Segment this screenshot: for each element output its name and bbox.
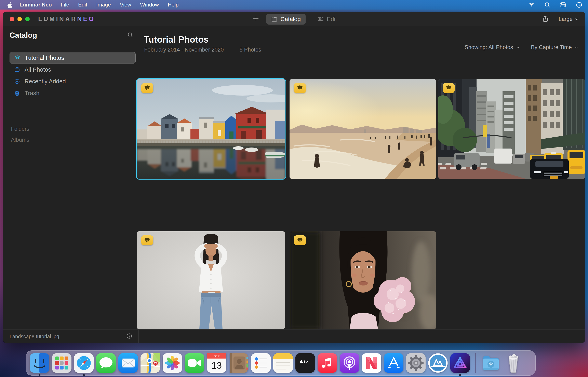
dock-news[interactable] [362,353,381,373]
dock-podcasts[interactable] [340,353,359,373]
contacts-icon [229,353,249,373]
sort-filter-label: By Capture Time [531,44,572,50]
skylum-luminar-icon [428,353,448,373]
maps-shield-label: 280 [154,362,157,365]
photo-beach-sunset[interactable] [289,79,436,179]
dock-reminders[interactable] [251,353,271,373]
dock-downloads[interactable] [481,353,501,373]
window-titlebar: LUMINARNEO Catalog Edit [3,12,585,26]
news-icon [362,353,381,373]
sidebar-section-folders[interactable]: Folders [11,126,29,132]
dock-trash[interactable] [503,353,523,373]
minimize-button[interactable] [17,17,22,21]
maps-icon: 280 [141,353,160,373]
calendar-icon: SEP 13 [207,353,226,373]
sliders-icon [317,16,324,22]
chevron-down-icon [574,45,579,50]
app-store-icon [384,353,403,373]
photo-studio-portrait[interactable] [137,231,285,329]
tutorial-badge [294,235,306,245]
graduation-cap-icon [296,84,303,92]
tutorial-badge [294,83,306,93]
luminar-neo-logo: LUMINARNEO [38,15,95,23]
close-button[interactable] [10,17,14,21]
sidebar-item-recently-added[interactable]: Recently Added [10,76,136,87]
tab-edit[interactable]: Edit [312,14,342,24]
dock-maps[interactable]: 280 [141,353,160,373]
menu-item-window[interactable]: Window [140,2,159,8]
menu-item-edit[interactable]: Edit [78,2,87,8]
sidebar-item-label: Recently Added [24,78,66,85]
page-title: Tutorial Photos [144,35,208,45]
dock-calendar[interactable]: SEP 13 [207,353,226,373]
showing-filter-dropdown[interactable]: Showing: All Photos [465,44,520,50]
music-icon [318,353,337,373]
dock-luminar-neo[interactable] [450,353,470,373]
photo-thumbnail [438,79,585,179]
search-button[interactable] [127,32,134,39]
photo-city-street[interactable] [438,79,585,179]
photo-closeup-portrait[interactable] [289,231,436,329]
dock-launchpad[interactable] [52,353,72,373]
sort-filter-dropdown[interactable]: By Capture Time [531,44,579,50]
trash-bin-icon [503,353,523,373]
photo-thumbnail [289,231,436,329]
info-button[interactable] [126,333,132,340]
reminders-icon [251,353,271,373]
apple-menu-icon[interactable] [6,2,12,8]
dock-photos[interactable] [163,353,182,373]
share-icon [542,15,549,22]
search-icon [127,32,134,38]
running-indicator [39,374,41,376]
sidebar-item-all-photos[interactable]: All Photos [10,64,136,75]
photo-thumbnail [289,79,436,179]
spotlight-search-icon[interactable] [544,2,551,8]
dock-mail[interactable] [118,353,138,373]
luminar-neo-window: LUMINARNEO Catalog Edit [3,12,585,343]
finder-icon [30,353,49,373]
sidebar-item-label: All Photos [24,66,51,73]
zoom-button[interactable] [25,17,30,21]
dock-contacts[interactable] [229,353,249,373]
thumbnail-size-dropdown[interactable]: Large [559,16,579,22]
dock-music[interactable] [318,353,337,373]
tab-catalog-label: Catalog [280,16,301,23]
menu-item-view[interactable]: View [120,2,131,8]
sidebar-item-tutorial-photos[interactable]: Tutorial Photos [10,52,136,63]
dock-apple-tv[interactable]: tv [295,353,315,373]
dock-separator [475,353,476,373]
chevron-down-icon [575,17,579,21]
dock: 280 [26,350,536,376]
sidebar-item-trash[interactable]: Trash [10,87,136,99]
dock-settings[interactable] [406,353,426,373]
clock-icon[interactable] [576,2,582,8]
messages-icon [96,353,116,373]
dock-app-store[interactable] [384,353,403,373]
tab-catalog[interactable]: Catalog [266,14,306,24]
menu-item-file[interactable]: File [61,2,69,8]
sidebar-item-label: Trash [24,90,39,97]
control-center-icon[interactable] [560,2,566,8]
dock-facetime[interactable] [185,353,204,373]
info-icon [126,333,132,339]
graduation-cap-icon [14,55,20,61]
sidebar-item-label: Tutorial Photos [25,55,64,61]
dock-notes[interactable] [273,353,293,373]
menu-item-image[interactable]: Image [96,2,111,8]
desktop-wallpaper: Luminar Neo File Edit Image View Window … [0,0,588,377]
wifi-icon[interactable] [528,2,535,8]
add-photos-button[interactable] [252,15,259,23]
dock-safari[interactable] [74,353,94,373]
menu-item-help[interactable]: Help [168,2,179,8]
sidebar-title: Catalog [10,31,37,40]
dock-finder[interactable] [30,353,49,373]
graduation-cap-icon [296,236,303,244]
dock-messages[interactable] [96,353,116,373]
photo-canal-houses[interactable] [137,79,285,179]
sidebar-section-albums[interactable]: Albums [11,137,29,143]
share-button[interactable] [542,15,549,23]
menu-item-app[interactable]: Luminar Neo [20,2,52,8]
dock-skylum[interactable] [428,353,448,373]
tutorial-badge [141,235,153,245]
catalog-sidebar: Catalog Tutorial Photos [3,26,138,343]
